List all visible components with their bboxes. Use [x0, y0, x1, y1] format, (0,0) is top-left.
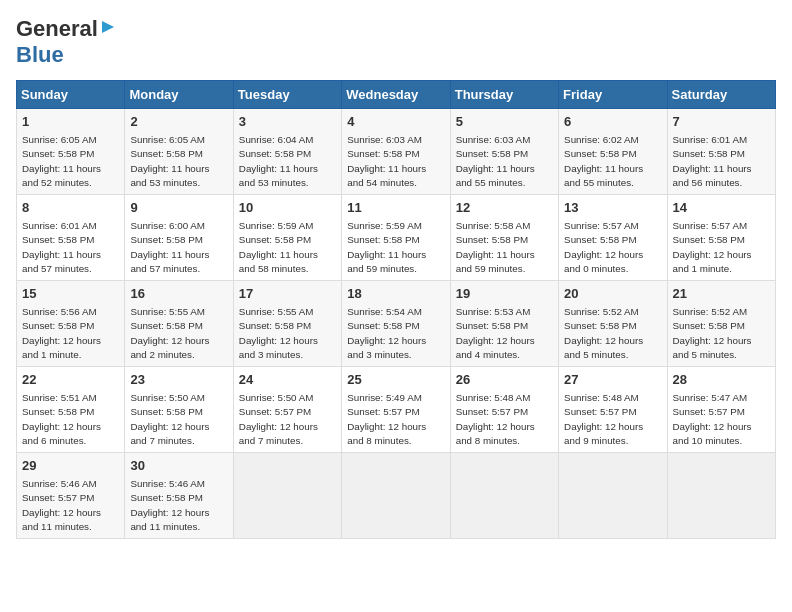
calendar-cell: 30Sunrise: 5:46 AMSunset: 5:58 PMDayligh… [125, 453, 233, 539]
calendar-cell: 24Sunrise: 5:50 AMSunset: 5:57 PMDayligh… [233, 367, 341, 453]
day-number: 15 [22, 285, 119, 303]
day-info: Sunrise: 5:52 AMSunset: 5:58 PMDaylight:… [673, 305, 770, 362]
calendar-cell: 22Sunrise: 5:51 AMSunset: 5:58 PMDayligh… [17, 367, 125, 453]
day-number: 20 [564, 285, 661, 303]
header-wednesday: Wednesday [342, 81, 450, 109]
day-number: 4 [347, 113, 444, 131]
calendar-week-3: 15Sunrise: 5:56 AMSunset: 5:58 PMDayligh… [17, 281, 776, 367]
calendar-cell: 13Sunrise: 5:57 AMSunset: 5:58 PMDayligh… [559, 195, 667, 281]
day-info: Sunrise: 5:49 AMSunset: 5:57 PMDaylight:… [347, 391, 444, 448]
calendar-cell: 8Sunrise: 6:01 AMSunset: 5:58 PMDaylight… [17, 195, 125, 281]
day-number: 16 [130, 285, 227, 303]
day-info: Sunrise: 5:59 AMSunset: 5:58 PMDaylight:… [239, 219, 336, 276]
calendar-cell [342, 453, 450, 539]
logo-arrow-icon [100, 19, 116, 39]
calendar-cell: 23Sunrise: 5:50 AMSunset: 5:58 PMDayligh… [125, 367, 233, 453]
header-tuesday: Tuesday [233, 81, 341, 109]
day-number: 30 [130, 457, 227, 475]
day-info: Sunrise: 5:50 AMSunset: 5:57 PMDaylight:… [239, 391, 336, 448]
calendar-cell: 21Sunrise: 5:52 AMSunset: 5:58 PMDayligh… [667, 281, 775, 367]
day-number: 5 [456, 113, 553, 131]
day-info: Sunrise: 5:46 AMSunset: 5:57 PMDaylight:… [22, 477, 119, 534]
day-number: 17 [239, 285, 336, 303]
day-info: Sunrise: 5:48 AMSunset: 5:57 PMDaylight:… [456, 391, 553, 448]
calendar-cell: 7Sunrise: 6:01 AMSunset: 5:58 PMDaylight… [667, 109, 775, 195]
logo: General Blue [16, 16, 116, 68]
calendar-table: SundayMondayTuesdayWednesdayThursdayFrid… [16, 80, 776, 539]
day-info: Sunrise: 5:57 AMSunset: 5:58 PMDaylight:… [564, 219, 661, 276]
day-number: 12 [456, 199, 553, 217]
day-info: Sunrise: 6:05 AMSunset: 5:58 PMDaylight:… [22, 133, 119, 190]
calendar-cell: 28Sunrise: 5:47 AMSunset: 5:57 PMDayligh… [667, 367, 775, 453]
day-number: 24 [239, 371, 336, 389]
calendar-cell: 18Sunrise: 5:54 AMSunset: 5:58 PMDayligh… [342, 281, 450, 367]
page-header: General Blue [16, 16, 776, 68]
day-info: Sunrise: 5:48 AMSunset: 5:57 PMDaylight:… [564, 391, 661, 448]
day-info: Sunrise: 5:50 AMSunset: 5:58 PMDaylight:… [130, 391, 227, 448]
calendar-cell: 3Sunrise: 6:04 AMSunset: 5:58 PMDaylight… [233, 109, 341, 195]
day-info: Sunrise: 5:57 AMSunset: 5:58 PMDaylight:… [673, 219, 770, 276]
calendar-cell: 6Sunrise: 6:02 AMSunset: 5:58 PMDaylight… [559, 109, 667, 195]
calendar-cell: 25Sunrise: 5:49 AMSunset: 5:57 PMDayligh… [342, 367, 450, 453]
header-saturday: Saturday [667, 81, 775, 109]
day-number: 11 [347, 199, 444, 217]
day-number: 9 [130, 199, 227, 217]
calendar-week-1: 1Sunrise: 6:05 AMSunset: 5:58 PMDaylight… [17, 109, 776, 195]
calendar-header-row: SundayMondayTuesdayWednesdayThursdayFrid… [17, 81, 776, 109]
day-info: Sunrise: 6:04 AMSunset: 5:58 PMDaylight:… [239, 133, 336, 190]
calendar-week-2: 8Sunrise: 6:01 AMSunset: 5:58 PMDaylight… [17, 195, 776, 281]
day-info: Sunrise: 5:51 AMSunset: 5:58 PMDaylight:… [22, 391, 119, 448]
day-info: Sunrise: 5:54 AMSunset: 5:58 PMDaylight:… [347, 305, 444, 362]
day-number: 26 [456, 371, 553, 389]
day-number: 7 [673, 113, 770, 131]
day-number: 8 [22, 199, 119, 217]
day-number: 10 [239, 199, 336, 217]
day-info: Sunrise: 5:52 AMSunset: 5:58 PMDaylight:… [564, 305, 661, 362]
day-info: Sunrise: 6:02 AMSunset: 5:58 PMDaylight:… [564, 133, 661, 190]
calendar-cell: 9Sunrise: 6:00 AMSunset: 5:58 PMDaylight… [125, 195, 233, 281]
calendar-body: 1Sunrise: 6:05 AMSunset: 5:58 PMDaylight… [17, 109, 776, 539]
header-sunday: Sunday [17, 81, 125, 109]
logo-text-general: General [16, 16, 98, 42]
calendar-cell: 5Sunrise: 6:03 AMSunset: 5:58 PMDaylight… [450, 109, 558, 195]
day-number: 2 [130, 113, 227, 131]
day-number: 28 [673, 371, 770, 389]
calendar-cell: 27Sunrise: 5:48 AMSunset: 5:57 PMDayligh… [559, 367, 667, 453]
day-info: Sunrise: 5:56 AMSunset: 5:58 PMDaylight:… [22, 305, 119, 362]
calendar-cell: 12Sunrise: 5:58 AMSunset: 5:58 PMDayligh… [450, 195, 558, 281]
day-info: Sunrise: 5:58 AMSunset: 5:58 PMDaylight:… [456, 219, 553, 276]
day-number: 14 [673, 199, 770, 217]
day-info: Sunrise: 5:46 AMSunset: 5:58 PMDaylight:… [130, 477, 227, 534]
day-info: Sunrise: 6:00 AMSunset: 5:58 PMDaylight:… [130, 219, 227, 276]
day-info: Sunrise: 6:03 AMSunset: 5:58 PMDaylight:… [456, 133, 553, 190]
calendar-cell: 4Sunrise: 6:03 AMSunset: 5:58 PMDaylight… [342, 109, 450, 195]
day-number: 13 [564, 199, 661, 217]
calendar-week-5: 29Sunrise: 5:46 AMSunset: 5:57 PMDayligh… [17, 453, 776, 539]
header-friday: Friday [559, 81, 667, 109]
day-info: Sunrise: 5:55 AMSunset: 5:58 PMDaylight:… [130, 305, 227, 362]
calendar-cell [233, 453, 341, 539]
calendar-cell: 20Sunrise: 5:52 AMSunset: 5:58 PMDayligh… [559, 281, 667, 367]
calendar-cell: 15Sunrise: 5:56 AMSunset: 5:58 PMDayligh… [17, 281, 125, 367]
calendar-cell: 17Sunrise: 5:55 AMSunset: 5:58 PMDayligh… [233, 281, 341, 367]
calendar-cell: 29Sunrise: 5:46 AMSunset: 5:57 PMDayligh… [17, 453, 125, 539]
day-number: 6 [564, 113, 661, 131]
day-info: Sunrise: 5:47 AMSunset: 5:57 PMDaylight:… [673, 391, 770, 448]
day-info: Sunrise: 5:55 AMSunset: 5:58 PMDaylight:… [239, 305, 336, 362]
calendar-week-4: 22Sunrise: 5:51 AMSunset: 5:58 PMDayligh… [17, 367, 776, 453]
day-info: Sunrise: 5:59 AMSunset: 5:58 PMDaylight:… [347, 219, 444, 276]
day-number: 1 [22, 113, 119, 131]
calendar-cell [450, 453, 558, 539]
header-monday: Monday [125, 81, 233, 109]
calendar-cell: 16Sunrise: 5:55 AMSunset: 5:58 PMDayligh… [125, 281, 233, 367]
calendar-cell: 10Sunrise: 5:59 AMSunset: 5:58 PMDayligh… [233, 195, 341, 281]
day-number: 3 [239, 113, 336, 131]
day-number: 27 [564, 371, 661, 389]
day-number: 23 [130, 371, 227, 389]
day-number: 29 [22, 457, 119, 475]
day-info: Sunrise: 6:03 AMSunset: 5:58 PMDaylight:… [347, 133, 444, 190]
calendar-cell [667, 453, 775, 539]
calendar-cell [559, 453, 667, 539]
calendar-cell: 19Sunrise: 5:53 AMSunset: 5:58 PMDayligh… [450, 281, 558, 367]
calendar-cell: 11Sunrise: 5:59 AMSunset: 5:58 PMDayligh… [342, 195, 450, 281]
